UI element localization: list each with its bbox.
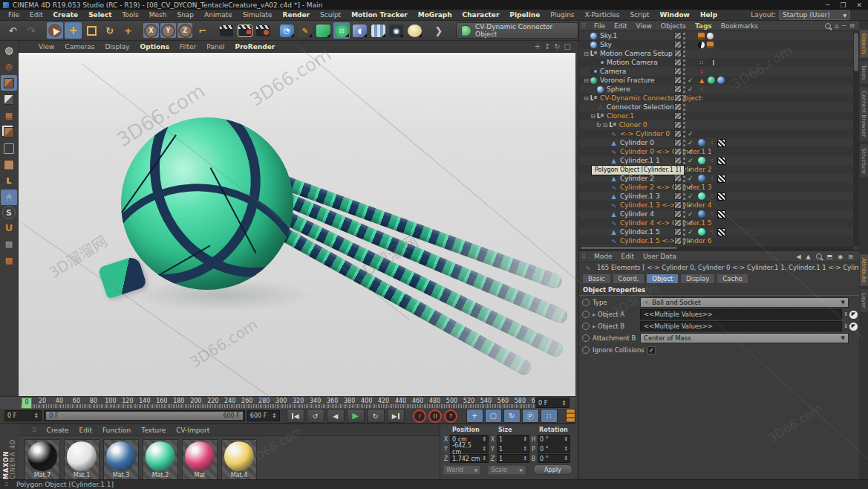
menu-select[interactable]: Select (83, 11, 117, 19)
om-search-icon[interactable] (825, 23, 831, 29)
am-mode-icon[interactable]: ◉ (838, 253, 843, 260)
render-view-button[interactable] (218, 22, 235, 39)
object-label[interactable]: <-> Cylinder 0 (620, 130, 670, 137)
visibility-dots-icon[interactable] (683, 77, 685, 84)
menu-sculpt[interactable]: Sculpt (315, 11, 346, 19)
field-spline-button[interactable]: ◖ (351, 22, 368, 39)
vp-menu-prorender[interactable]: ProRender (230, 43, 281, 51)
object-row[interactable]: ▲Cylinder.1 5✓⁖ (579, 227, 853, 236)
object-label[interactable]: Cylinder 4 <-> Cylinder.1 5 (620, 219, 712, 227)
visibility-dots-icon[interactable] (683, 122, 685, 129)
object-row[interactable]: Sky.1 (579, 31, 853, 40)
axis-mode-icon[interactable]: L (1, 173, 17, 189)
coordinate-system-button[interactable]: ⌐ (194, 22, 211, 39)
object-row[interactable]: ⊟LºCV-Dynamic Connector Object⁖ (579, 94, 853, 103)
keyframe-film-icon[interactable] (566, 409, 575, 423)
points-mode-icon[interactable] (1, 124, 17, 140)
convert-icon[interactable]: ◎ (1, 59, 17, 74)
mat-menu-cv-import[interactable]: CV-Import (171, 427, 215, 434)
object-label[interactable]: Cylinder.1 5 <-> Cylinder 6 (620, 237, 712, 244)
layer-color-box[interactable] (674, 32, 682, 39)
workplane-snap-icon[interactable]: ▩ (1, 236, 17, 252)
object-label[interactable]: Camera (600, 68, 626, 75)
odots-tag-icon[interactable]: ⁖ (708, 192, 715, 200)
move-tool-button[interactable]: + (65, 22, 82, 39)
object-label[interactable]: Cylinder 2 <-> Cylinder.1 3 (620, 184, 712, 191)
enabled-check-icon[interactable]: ✓ (688, 130, 694, 137)
size-x-field[interactable]: 1↕ (497, 435, 529, 444)
attachment-dropdown[interactable]: Center of Mass▼ (640, 333, 849, 343)
am-up-icon[interactable]: ▲ (806, 253, 811, 260)
om-menu-edit[interactable]: Edit (610, 22, 631, 30)
material-swatch[interactable]: Mat (182, 439, 218, 482)
render-settings-button[interactable] (255, 22, 272, 39)
mat-menu-edit[interactable]: Edit (74, 427, 97, 434)
tab-basic[interactable]: Basic (582, 273, 611, 284)
tri-tag-icon[interactable]: ▲ (698, 77, 705, 84)
object-label[interactable]: Cylinder 0 <-> Cylinder.1 1 (620, 148, 712, 155)
checker-tag-icon[interactable] (717, 157, 725, 165)
workplane-mode-icon[interactable]: ▦ (1, 108, 17, 123)
ruler-frame-field[interactable]: 0 F↕ (535, 398, 570, 408)
vp-menu-cameras[interactable]: Cameras (59, 43, 99, 51)
live-selection-button[interactable] (47, 22, 64, 39)
am-new-icon[interactable]: ⊞ (848, 253, 853, 260)
texture-mode-icon[interactable] (1, 91, 17, 107)
apply-button[interactable]: Apply (533, 464, 572, 475)
om-menu-tags[interactable]: Tags (691, 22, 717, 30)
object-row[interactable]: ∿<-> Cylinder 0✓ (579, 129, 853, 138)
menu-window[interactable]: Window (655, 11, 695, 19)
enabled-check-icon[interactable]: ✓ (688, 219, 694, 227)
film-tag-icon[interactable] (698, 33, 705, 39)
checker-tag-icon[interactable] (717, 210, 725, 218)
object-label[interactable]: Cylinder.1 5 (620, 228, 660, 236)
object-label[interactable]: Cloner.1 (607, 112, 634, 120)
odots-tag-icon[interactable]: ⁖ (708, 139, 715, 146)
visibility-dots-icon[interactable] (683, 211, 685, 218)
key-point-level-button[interactable]: ∷ (541, 409, 558, 423)
current-frame-field[interactable]: 0 F↕ (4, 410, 42, 421)
camera-button[interactable]: ◉ (388, 22, 405, 39)
visibility-dots-icon[interactable] (683, 131, 685, 137)
object-label[interactable]: CV-Dynamic Connector Object (600, 94, 701, 102)
visibility-dots-icon[interactable] (683, 86, 685, 93)
subdivision-surface-button[interactable]: ◔ (278, 22, 296, 39)
layer-color-box[interactable] (674, 59, 682, 66)
snap-icon[interactable]: S (2, 206, 16, 219)
menu-simulate[interactable]: Simulate (238, 11, 278, 19)
layer-color-box[interactable] (674, 121, 682, 129)
object-row[interactable]: ▲Cylinder.1 3✓⁖ (579, 192, 853, 201)
side-tab-layer[interactable]: Layer (860, 289, 868, 312)
am-search-icon[interactable] (816, 253, 822, 259)
size-z-field[interactable]: 1↕ (497, 454, 529, 463)
menu-character[interactable]: Character (457, 11, 505, 19)
ignore-collisions-checkbox[interactable]: ✓ (647, 346, 656, 354)
am-menu-edit[interactable]: Edit (617, 253, 639, 260)
matteal-tag-icon[interactable] (698, 228, 705, 236)
key-rotation-button[interactable]: ↻ (503, 409, 521, 423)
size-y-field[interactable]: 1↕ (497, 444, 529, 453)
playhead[interactable]: 0 (22, 398, 32, 409)
object-label[interactable]: Voronoi Fracture (600, 77, 655, 84)
layer-color-box[interactable] (674, 139, 682, 146)
object-label[interactable]: Cylinder 2 (620, 175, 654, 182)
object-label[interactable]: Cylinder.1 3 <-> Cylinder 4 (620, 201, 712, 209)
visibility-dots-icon[interactable] (683, 95, 685, 102)
layer-color-box[interactable] (674, 157, 682, 164)
menu-x-particles[interactable]: X-Particles (580, 11, 625, 19)
visibility-dots-icon[interactable] (683, 229, 685, 236)
om-home-icon[interactable]: ⌂ (835, 22, 839, 30)
layer-color-box[interactable] (674, 77, 682, 84)
object-label[interactable]: Cylinder 4 (620, 210, 654, 218)
object-row[interactable]: ▲Cylinder.1 1✓⁖ (579, 156, 853, 165)
vp-maximize-icon[interactable]: □ (564, 42, 571, 51)
rotation-b-field[interactable]: 0 °↕ (538, 454, 570, 463)
visibility-dots-icon[interactable] (683, 51, 685, 57)
tab-coord[interactable]: Coord. (613, 273, 645, 284)
visibility-dots-icon[interactable] (683, 33, 685, 39)
object-row[interactable]: ∿Cylinder.1 3 <-> Cylinder 4✓ (579, 201, 853, 210)
object-label[interactable]: Motion Camera Setup (600, 50, 673, 57)
position-y-field[interactable]: -642.5 cm↕ (450, 444, 489, 453)
matblue-tag-icon[interactable] (698, 175, 705, 182)
matbw-tag-icon[interactable] (698, 42, 705, 48)
